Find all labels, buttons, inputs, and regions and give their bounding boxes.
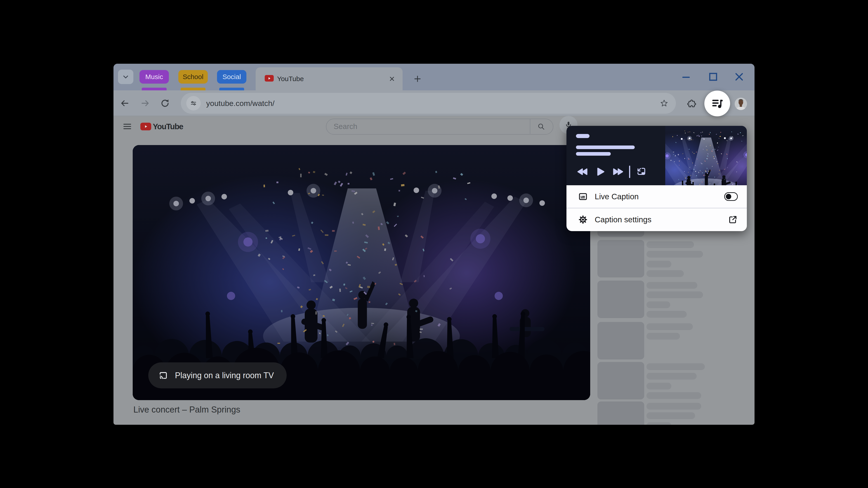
- minimize-button[interactable]: [681, 72, 691, 82]
- youtube-logo[interactable]: YouTube: [141, 123, 183, 131]
- caption-options-panel: Live Caption Caption settings: [566, 185, 747, 231]
- thumbnail-placeholder: [597, 362, 644, 399]
- minimize-icon: [681, 72, 691, 82]
- media-controls-button[interactable]: [704, 91, 730, 116]
- album-art: [665, 126, 747, 185]
- thumbnail-placeholder: [597, 322, 644, 359]
- skeleton-text-line: [647, 270, 684, 277]
- cast-icon: [158, 370, 168, 381]
- video-dim-overlay: [133, 145, 590, 400]
- live-caption-icon: [578, 192, 588, 201]
- browser-window: Music School Social YouTube: [114, 64, 754, 425]
- media-title-placeholder: [576, 134, 590, 138]
- bookmark-button[interactable]: [659, 98, 670, 109]
- menu-button[interactable]: [123, 123, 132, 131]
- maximize-icon: [708, 72, 718, 82]
- skeleton-text-line: [647, 333, 680, 339]
- tab-youtube[interactable]: YouTube: [256, 67, 403, 90]
- tab-group-label: Social: [222, 73, 241, 80]
- star-icon: [659, 99, 669, 108]
- skeleton-text-line: [647, 363, 705, 370]
- new-tab-button[interactable]: [412, 73, 423, 85]
- caption-settings-row[interactable]: Caption settings: [566, 208, 747, 231]
- tab-search-button[interactable]: [118, 70, 133, 84]
- video-title: Live concert – Palm Springs: [133, 405, 240, 415]
- media-controls-popup: Live Caption Caption settings: [566, 126, 747, 231]
- controls-divider: [629, 166, 630, 178]
- skeleton-text-line: [647, 301, 670, 308]
- thumbnail-placeholder: [597, 281, 644, 318]
- youtube-favicon-icon: [265, 75, 274, 82]
- tab-group-school[interactable]: School: [178, 70, 208, 84]
- queue-music-icon: [711, 97, 724, 110]
- skeleton-text-line: [647, 323, 693, 330]
- profile-avatar[interactable]: [735, 98, 747, 110]
- live-caption-row[interactable]: Live Caption: [566, 185, 747, 208]
- media-text-placeholder: [576, 145, 635, 149]
- media-text-placeholder: [576, 152, 611, 156]
- url-bar[interactable]: youtube.com/watch/: [181, 93, 676, 113]
- close-window-button[interactable]: [734, 72, 744, 82]
- search-bar: [326, 119, 553, 135]
- next-track-button[interactable]: [613, 168, 624, 175]
- tab-close-button[interactable]: [389, 75, 395, 82]
- search-button[interactable]: [535, 122, 548, 131]
- tab-group-indicator: [219, 88, 244, 90]
- skeleton-text-line: [647, 373, 697, 380]
- tab-strip: Music School Social YouTube: [114, 64, 754, 90]
- live-caption-label: Live Caption: [595, 185, 639, 208]
- play-button[interactable]: [597, 167, 604, 176]
- previous-track-button[interactable]: [577, 168, 588, 175]
- forward-button[interactable]: [139, 97, 151, 109]
- tab-title: YouTube: [277, 67, 304, 90]
- hamburger-icon: [123, 123, 132, 131]
- tab-group-indicator: [142, 88, 166, 90]
- thumbnail-placeholder: [597, 240, 644, 278]
- tune-icon: [190, 100, 197, 107]
- youtube-play-icon: [141, 123, 151, 130]
- skeleton-text-line: [647, 291, 703, 298]
- media-session-card: [566, 126, 747, 185]
- cast-status-pill: Playing on a living room TV: [148, 362, 287, 388]
- puzzle-icon: [687, 98, 696, 108]
- extensions-button[interactable]: [685, 97, 698, 109]
- open-in-new-icon: [728, 215, 738, 225]
- browser-toolbar: youtube.com/watch/: [114, 90, 754, 116]
- skeleton-text-line: [647, 241, 694, 248]
- search-input[interactable]: [333, 120, 507, 133]
- skeleton-text-line: [647, 282, 698, 289]
- reload-button[interactable]: [159, 97, 171, 109]
- skeleton-text-line: [647, 412, 695, 419]
- skeleton-text-line: [647, 422, 671, 425]
- close-icon: [734, 72, 744, 82]
- tab-group-music[interactable]: Music: [140, 70, 169, 84]
- search-icon: [537, 123, 545, 131]
- url-text: youtube.com/watch/: [206, 93, 274, 113]
- chevron-down-icon: [122, 73, 129, 80]
- skeleton-text-line: [647, 311, 687, 318]
- tab-group-label: School: [183, 73, 204, 80]
- thumbnail-placeholder: [597, 401, 644, 425]
- back-button[interactable]: [119, 97, 131, 109]
- skeleton-text-line: [647, 261, 671, 267]
- skeleton-text-line: [647, 251, 703, 258]
- tab-group-indicator: [181, 88, 206, 90]
- cast-status-label: Playing on a living room TV: [175, 371, 274, 380]
- skeleton-text-line: [647, 392, 701, 399]
- gear-icon: [578, 215, 588, 225]
- picture-in-picture-button[interactable]: [636, 167, 647, 177]
- skeleton-text-line: [647, 403, 701, 410]
- skeleton-text-line: [647, 383, 671, 390]
- caption-settings-label: Caption settings: [595, 208, 651, 231]
- youtube-wordmark: YouTube: [153, 122, 183, 131]
- plus-icon: [413, 75, 422, 83]
- toggle-knob: [726, 194, 731, 199]
- video-player[interactable]: Playing on a living room TV: [133, 145, 590, 400]
- search-divider: [530, 119, 530, 134]
- site-settings-button[interactable]: [186, 96, 201, 110]
- tab-group-social[interactable]: Social: [217, 70, 246, 84]
- live-caption-toggle[interactable]: [724, 192, 738, 201]
- tab-group-label: Music: [145, 73, 163, 80]
- maximize-button[interactable]: [708, 72, 718, 82]
